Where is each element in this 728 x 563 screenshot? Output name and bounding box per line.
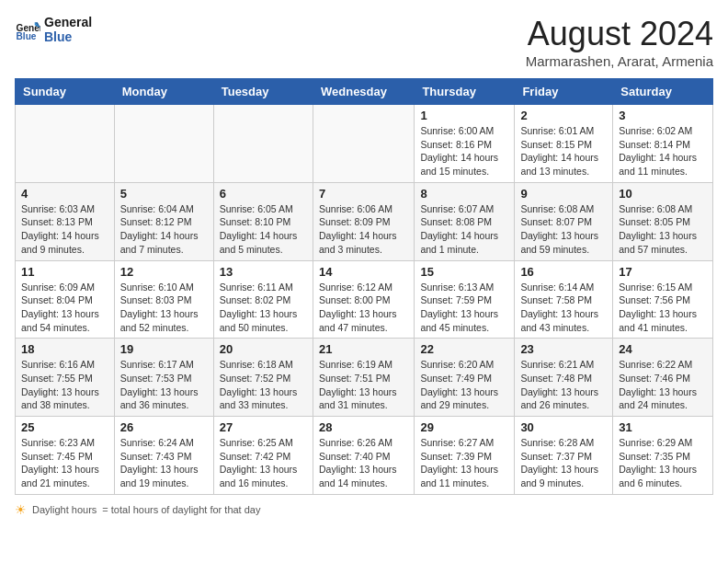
calendar-cell: 7Sunrise: 6:06 AM Sunset: 8:09 PM Daylig… — [313, 182, 414, 260]
calendar-cell: 4Sunrise: 6:03 AM Sunset: 8:13 PM Daylig… — [16, 182, 115, 260]
day-number: 14 — [319, 265, 408, 279]
sun-icon: ☀ — [15, 502, 27, 517]
day-number: 6 — [220, 187, 307, 201]
day-number: 31 — [619, 420, 707, 434]
day-info: Sunrise: 6:22 AM Sunset: 7:46 PM Dayligh… — [619, 358, 707, 412]
daylight-label: Daylight hours — [32, 504, 97, 515]
day-number: 15 — [420, 265, 508, 279]
calendar-week-5: 25Sunrise: 6:23 AM Sunset: 7:45 PM Dayli… — [16, 417, 713, 495]
calendar-cell: 30Sunrise: 6:28 AM Sunset: 7:37 PM Dayli… — [515, 417, 613, 495]
day-info: Sunrise: 6:16 AM Sunset: 7:55 PM Dayligh… — [21, 358, 108, 412]
weekday-header-wednesday: Wednesday — [313, 79, 414, 105]
day-info: Sunrise: 6:05 AM Sunset: 8:10 PM Dayligh… — [220, 202, 307, 257]
footer-desc: = total hours of daylight for that day — [102, 504, 260, 515]
calendar-cell: 25Sunrise: 6:23 AM Sunset: 7:45 PM Dayli… — [16, 417, 115, 495]
day-number: 22 — [420, 342, 508, 356]
day-info: Sunrise: 6:17 AM Sunset: 7:53 PM Dayligh… — [120, 358, 208, 412]
day-number: 8 — [420, 187, 508, 201]
day-info: Sunrise: 6:06 AM Sunset: 8:09 PM Dayligh… — [319, 202, 408, 257]
day-info: Sunrise: 6:08 AM Sunset: 8:05 PM Dayligh… — [619, 202, 707, 257]
day-info: Sunrise: 6:01 AM Sunset: 8:15 PM Dayligh… — [520, 124, 607, 178]
svg-text:Blue: Blue — [17, 31, 37, 41]
calendar-week-1: 1Sunrise: 6:00 AM Sunset: 8:16 PM Daylig… — [16, 105, 713, 183]
calendar-cell: 19Sunrise: 6:17 AM Sunset: 7:53 PM Dayli… — [114, 339, 213, 417]
calendar-cell: 8Sunrise: 6:07 AM Sunset: 8:08 PM Daylig… — [415, 182, 515, 260]
month-title: August 2024 — [526, 15, 713, 53]
day-number: 25 — [21, 420, 108, 434]
location: Marmarashen, Ararat, Armenia — [526, 53, 713, 69]
day-info: Sunrise: 6:24 AM Sunset: 7:43 PM Dayligh… — [120, 436, 208, 490]
day-info: Sunrise: 6:04 AM Sunset: 8:12 PM Dayligh… — [120, 202, 208, 257]
day-number: 17 — [619, 265, 707, 279]
day-info: Sunrise: 6:03 AM Sunset: 8:13 PM Dayligh… — [21, 202, 108, 257]
calendar-cell: 26Sunrise: 6:24 AM Sunset: 7:43 PM Dayli… — [114, 417, 213, 495]
logo: General Blue General Blue — [15, 15, 92, 44]
day-info: Sunrise: 6:08 AM Sunset: 8:07 PM Dayligh… — [520, 202, 607, 257]
page-header: General Blue General Blue August 2024 Ma… — [15, 15, 713, 69]
day-number: 11 — [21, 265, 108, 279]
calendar-cell: 20Sunrise: 6:18 AM Sunset: 7:52 PM Dayli… — [213, 339, 313, 417]
calendar-cell: 2Sunrise: 6:01 AM Sunset: 8:15 PM Daylig… — [515, 105, 613, 183]
day-info: Sunrise: 6:13 AM Sunset: 7:59 PM Dayligh… — [420, 281, 508, 335]
day-number: 16 — [520, 265, 607, 279]
calendar-cell: 13Sunrise: 6:11 AM Sunset: 8:02 PM Dayli… — [213, 260, 313, 339]
calendar-week-4: 18Sunrise: 6:16 AM Sunset: 7:55 PM Dayli… — [16, 339, 713, 417]
day-number: 7 — [319, 187, 408, 201]
day-number: 20 — [220, 342, 307, 356]
weekday-header-monday: Monday — [114, 79, 213, 105]
weekday-header-friday: Friday — [515, 79, 613, 105]
day-info: Sunrise: 6:14 AM Sunset: 7:58 PM Dayligh… — [520, 281, 607, 335]
weekday-header-sunday: Sunday — [16, 79, 115, 105]
calendar-cell: 17Sunrise: 6:15 AM Sunset: 7:56 PM Dayli… — [613, 260, 713, 339]
calendar-cell: 23Sunrise: 6:21 AM Sunset: 7:48 PM Dayli… — [515, 339, 613, 417]
day-info: Sunrise: 6:10 AM Sunset: 8:03 PM Dayligh… — [120, 281, 208, 335]
title-area: August 2024 Marmarashen, Ararat, Armenia — [526, 15, 713, 69]
day-number: 5 — [120, 187, 208, 201]
calendar-week-2: 4Sunrise: 6:03 AM Sunset: 8:13 PM Daylig… — [16, 182, 713, 260]
calendar-cell — [213, 105, 313, 183]
calendar-cell: 16Sunrise: 6:14 AM Sunset: 7:58 PM Dayli… — [515, 260, 613, 339]
day-number: 19 — [120, 342, 208, 356]
day-info: Sunrise: 6:18 AM Sunset: 7:52 PM Dayligh… — [220, 358, 307, 412]
day-number: 30 — [520, 420, 607, 434]
day-info: Sunrise: 6:27 AM Sunset: 7:39 PM Dayligh… — [420, 436, 508, 490]
weekday-header-thursday: Thursday — [415, 79, 515, 105]
day-number: 29 — [420, 420, 508, 434]
calendar-cell — [114, 105, 213, 183]
day-number: 10 — [619, 187, 707, 201]
day-number: 4 — [21, 187, 108, 201]
calendar-cell: 10Sunrise: 6:08 AM Sunset: 8:05 PM Dayli… — [613, 182, 713, 260]
day-info: Sunrise: 6:26 AM Sunset: 7:40 PM Dayligh… — [319, 436, 408, 490]
day-number: 2 — [520, 109, 607, 122]
footer: ☀ Daylight hours = total hours of daylig… — [15, 502, 713, 517]
calendar-cell: 5Sunrise: 6:04 AM Sunset: 8:12 PM Daylig… — [114, 182, 213, 260]
day-info: Sunrise: 6:23 AM Sunset: 7:45 PM Dayligh… — [21, 436, 108, 490]
day-number: 24 — [619, 342, 707, 356]
calendar-cell: 12Sunrise: 6:10 AM Sunset: 8:03 PM Dayli… — [114, 260, 213, 339]
day-info: Sunrise: 6:09 AM Sunset: 8:04 PM Dayligh… — [21, 281, 108, 335]
day-info: Sunrise: 6:28 AM Sunset: 7:37 PM Dayligh… — [520, 436, 607, 490]
day-info: Sunrise: 6:25 AM Sunset: 7:42 PM Dayligh… — [220, 436, 307, 490]
day-info: Sunrise: 6:20 AM Sunset: 7:49 PM Dayligh… — [420, 358, 508, 412]
day-number: 23 — [520, 342, 607, 356]
logo-blue: Blue — [44, 29, 92, 44]
calendar-cell: 27Sunrise: 6:25 AM Sunset: 7:42 PM Dayli… — [213, 417, 313, 495]
day-number: 3 — [619, 109, 707, 122]
day-info: Sunrise: 6:11 AM Sunset: 8:02 PM Dayligh… — [220, 281, 307, 335]
day-info: Sunrise: 6:21 AM Sunset: 7:48 PM Dayligh… — [520, 358, 607, 412]
calendar-cell: 6Sunrise: 6:05 AM Sunset: 8:10 PM Daylig… — [213, 182, 313, 260]
day-info: Sunrise: 6:15 AM Sunset: 7:56 PM Dayligh… — [619, 281, 707, 335]
day-number: 28 — [319, 420, 408, 434]
calendar-cell: 22Sunrise: 6:20 AM Sunset: 7:49 PM Dayli… — [415, 339, 515, 417]
calendar-cell: 11Sunrise: 6:09 AM Sunset: 8:04 PM Dayli… — [16, 260, 115, 339]
day-info: Sunrise: 6:07 AM Sunset: 8:08 PM Dayligh… — [420, 202, 508, 257]
weekday-header-tuesday: Tuesday — [213, 79, 313, 105]
calendar-cell: 29Sunrise: 6:27 AM Sunset: 7:39 PM Dayli… — [415, 417, 515, 495]
calendar-cell: 14Sunrise: 6:12 AM Sunset: 8:00 PM Dayli… — [313, 260, 414, 339]
weekday-header-saturday: Saturday — [613, 79, 713, 105]
calendar-cell: 24Sunrise: 6:22 AM Sunset: 7:46 PM Dayli… — [613, 339, 713, 417]
day-info: Sunrise: 6:12 AM Sunset: 8:00 PM Dayligh… — [319, 281, 408, 335]
day-number: 21 — [319, 342, 408, 356]
calendar-cell — [16, 105, 115, 183]
calendar-cell: 21Sunrise: 6:19 AM Sunset: 7:51 PM Dayli… — [313, 339, 414, 417]
